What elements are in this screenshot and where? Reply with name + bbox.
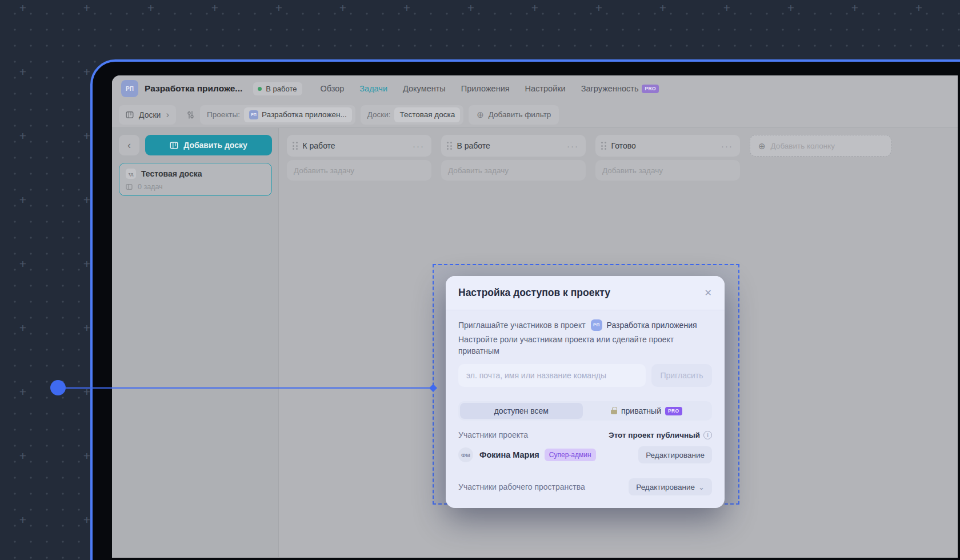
tab-workload[interactable]: Загруженность PRO <box>581 84 659 93</box>
column-menu-icon[interactable]: ··· <box>413 142 425 150</box>
member-avatar: ФМ <box>458 447 473 462</box>
board-card-selected[interactable]: тд Тестовая доска 0 задач <box>119 163 272 196</box>
tab-apps[interactable]: Приложения <box>461 84 510 93</box>
plus-mark: + <box>83 1 90 15</box>
workspace-permission-dropdown[interactable]: Редактирование ⌄ <box>629 478 712 495</box>
add-filter-label: Добавить фильтр <box>489 110 551 119</box>
tab-settings[interactable]: Настройки <box>525 84 566 93</box>
add-column-label: Добавить колонку <box>771 142 835 150</box>
project-status-badge[interactable]: В работе <box>253 82 302 95</box>
project-chip-avatar: РП <box>591 319 602 331</box>
plus-mark: + <box>275 1 282 15</box>
kanban-column-inprogress: В работе ··· Добавить задачу <box>441 135 586 181</box>
kanban-column-done: Готово ··· Добавить задачу <box>595 135 740 181</box>
modal-title: Настройка доступов к проекту <box>458 287 610 299</box>
invite-description-line2: Настройте роли участникам проекта или сд… <box>458 334 712 357</box>
project-chip: РП Разработка приложения <box>591 319 697 331</box>
board-mini-icon <box>126 183 133 190</box>
plus-mark: + <box>19 257 26 271</box>
boards-view-label: Доски <box>139 110 161 119</box>
add-task-button[interactable]: Добавить задачу <box>287 160 431 181</box>
workspace-members-row: Участники рабочего пространства Редактир… <box>458 478 712 495</box>
tab-tasks[interactable]: Задачи <box>359 84 387 93</box>
annotation-connector-line <box>59 387 433 389</box>
filter-boards-label: Доски: <box>367 110 391 119</box>
segment-public[interactable]: доступен всем <box>460 403 583 419</box>
column-header[interactable]: В работе ··· <box>441 135 586 157</box>
plus-mark: + <box>83 193 90 207</box>
member-role-badge: Супер-админ <box>545 449 596 461</box>
segment-private-label: приватный <box>621 406 661 415</box>
project-tabs: Обзор Задачи Документы Приложения Настро… <box>320 84 659 93</box>
member-row: ФМ Фокина Мария Супер-админ Редактирован… <box>458 446 712 463</box>
workspace-members-label: Участники рабочего пространства <box>458 482 585 491</box>
canvas: ++++++++++++++++++++++++++++++++++++++++… <box>0 0 960 560</box>
segment-private[interactable]: приватный PRO <box>583 403 710 419</box>
sidebar-collapse-button[interactable]: ‹ <box>119 135 139 155</box>
plus-mark: + <box>403 1 410 15</box>
filters-icon[interactable] <box>186 110 195 119</box>
drag-handle-icon[interactable] <box>293 142 298 150</box>
chevron-right-icon[interactable]: › <box>166 110 169 119</box>
filter-boards[interactable]: Доски: Тестовая доска <box>361 105 464 125</box>
invite-button[interactable]: Пригласить <box>651 364 712 387</box>
plus-mark: + <box>531 1 538 15</box>
close-icon[interactable]: ✕ <box>705 287 712 298</box>
add-board-button[interactable]: Добавить доску <box>145 135 272 155</box>
plus-mark: + <box>83 513 90 527</box>
circle-plus-icon: ⊕ <box>477 110 484 119</box>
filter-projects-chip[interactable]: РП Разработка приложен... <box>244 107 352 122</box>
drag-handle-icon[interactable] <box>601 142 606 150</box>
pro-badge: PRO <box>665 407 682 415</box>
members-header-row: Участники проекта Этот проект публичный … <box>458 430 712 439</box>
drag-handle-icon[interactable] <box>447 142 452 150</box>
invite-search-input[interactable] <box>458 364 646 387</box>
annotation-dot[interactable] <box>50 380 66 395</box>
plus-mark: + <box>915 1 922 15</box>
status-dot-icon <box>258 87 262 91</box>
column-header[interactable]: К работе ··· <box>287 135 431 157</box>
project-title[interactable]: Разработка приложе... <box>145 83 242 94</box>
member-permission-button[interactable]: Редактирование <box>638 446 712 463</box>
plus-mark: + <box>19 385 26 399</box>
kanban-column-todo: К работе ··· Добавить задачу <box>287 135 431 181</box>
filter-projects[interactable]: Проекты: РП Разработка приложен... <box>200 105 355 125</box>
plus-mark: + <box>83 129 90 143</box>
plus-mark: + <box>83 321 90 335</box>
plus-mark: + <box>19 513 26 527</box>
add-filter-button[interactable]: ⊕ Добавить фильтр <box>469 105 559 125</box>
kanban-board-icon <box>126 111 134 119</box>
column-header[interactable]: Готово ··· <box>595 135 740 157</box>
member-permission-label: Редактирование <box>646 451 705 459</box>
access-settings-modal: Настройка доступов к проекту ✕ Приглашай… <box>446 276 725 508</box>
tab-documents[interactable]: Документы <box>403 84 446 93</box>
plus-mark: + <box>211 1 218 15</box>
add-task-button[interactable]: Добавить задачу <box>595 160 740 181</box>
invite-row: Пригласить <box>458 364 712 387</box>
boards-view-button[interactable]: Доски › <box>119 105 176 125</box>
board-icon <box>170 141 178 150</box>
column-menu-icon[interactable]: ··· <box>567 142 579 150</box>
filter-boards-chip[interactable]: Тестовая доска <box>394 107 460 122</box>
chevron-down-icon: ⌄ <box>698 483 705 491</box>
project-chip-name: Разработка приложения <box>607 319 697 331</box>
plus-mark: + <box>851 1 858 15</box>
column-menu-icon[interactable]: ··· <box>721 142 733 150</box>
plus-mark: + <box>467 1 474 15</box>
add-column-button[interactable]: ⊕ Добавить колонку <box>750 135 891 157</box>
invite-description-line1: Приглашайте участников в проект РП Разра… <box>458 319 712 331</box>
plus-mark: + <box>83 65 90 79</box>
column-name: Готово <box>611 141 717 150</box>
modal-body: Приглашайте участников в проект РП Разра… <box>446 310 725 508</box>
plus-mark: + <box>19 1 26 15</box>
info-icon[interactable]: i <box>703 431 712 439</box>
plus-mark: + <box>19 129 26 143</box>
add-task-button[interactable]: Добавить задачу <box>441 160 586 181</box>
plus-mark: + <box>339 1 346 15</box>
filter-boards-value: Тестовая доска <box>399 110 455 119</box>
modal-header: Настройка доступов к проекту ✕ <box>446 276 725 310</box>
board-name: Тестовая доска <box>141 169 202 178</box>
column-name: В работе <box>457 141 562 150</box>
tab-overview[interactable]: Обзор <box>320 84 344 93</box>
filter-projects-value: Разработка приложен... <box>262 110 347 119</box>
